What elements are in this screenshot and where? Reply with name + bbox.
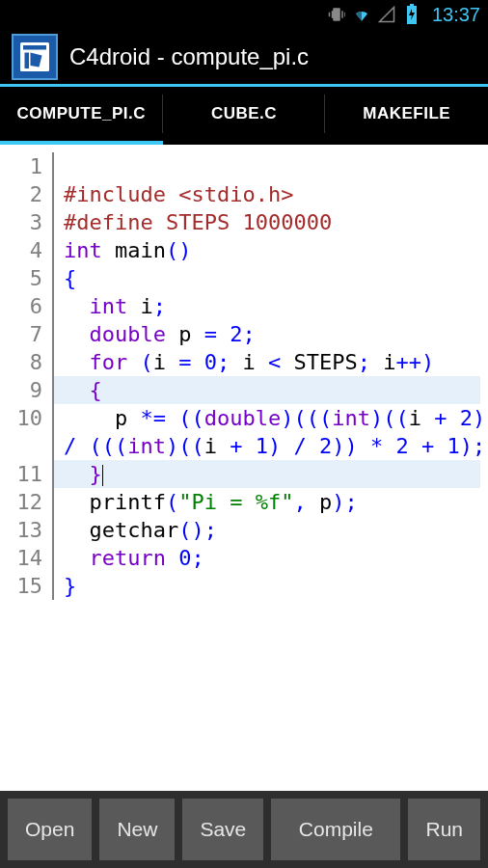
code-content[interactable]: #define STEPS 1000000 (54, 208, 332, 236)
code-content[interactable]: { (54, 376, 480, 404)
code-content[interactable]: int main() (54, 236, 191, 264)
line-number: 8 (8, 348, 54, 376)
code-content[interactable]: / (((int)((i + 1) / 2)) * 2 + 1); (54, 432, 485, 460)
line-number: 15 (8, 572, 54, 600)
line-number: 14 (8, 544, 54, 572)
code-line[interactable]: / (((int)((i + 1) / 2)) * 2 + 1); (8, 432, 480, 460)
code-content[interactable]: } (54, 572, 76, 600)
code-line[interactable]: 4int main() (8, 236, 480, 264)
code-content[interactable]: for (i = 0; i < STEPS; i++) (54, 348, 434, 376)
code-line[interactable]: 3#define STEPS 1000000 (8, 208, 480, 236)
line-number: 12 (8, 488, 54, 516)
code-editor[interactable]: 12#include <stdio.h>3#define STEPS 10000… (0, 145, 488, 791)
new-button[interactable]: New (99, 799, 175, 860)
line-number: 11 (8, 460, 54, 488)
wifi-icon (353, 6, 370, 23)
app-icon[interactable] (12, 34, 58, 80)
code-line[interactable]: 6 int i; (8, 292, 480, 320)
svg-rect-0 (410, 4, 414, 6)
code-line[interactable]: 12 printf("Pi = %f", p); (8, 488, 480, 516)
code-content[interactable]: int i; (54, 292, 166, 320)
line-number: 1 (8, 152, 54, 180)
status-bar: 13:37 (0, 0, 488, 29)
code-content[interactable]: #include <stdio.h> (54, 180, 293, 208)
line-number (8, 432, 54, 460)
line-number: 4 (8, 236, 54, 264)
code-line[interactable]: 8 for (i = 0; i < STEPS; i++) (8, 348, 480, 376)
line-number: 2 (8, 180, 54, 208)
tab-makefile[interactable]: MAKEFILE (325, 87, 488, 145)
vibrate-icon (328, 6, 345, 23)
text-cursor (102, 465, 103, 486)
code-content[interactable]: printf("Pi = %f", p); (54, 488, 358, 516)
code-content[interactable]: { (54, 264, 76, 292)
line-number: 5 (8, 264, 54, 292)
code-content[interactable]: } (54, 460, 480, 488)
code-line[interactable]: 10 p *= ((double)(((int)((i + 2) / 2)) *… (8, 404, 480, 432)
code-line[interactable]: 9 { (8, 376, 480, 404)
code-line[interactable]: 1 (8, 152, 480, 180)
code-line[interactable]: 13 getchar(); (8, 516, 480, 544)
code-line[interactable]: 7 double p = 2; (8, 320, 480, 348)
line-number: 13 (8, 516, 54, 544)
code-line[interactable]: 14 return 0; (8, 544, 480, 572)
compile-button[interactable]: Compile (271, 799, 400, 860)
code-content[interactable]: double p = 2; (54, 320, 256, 348)
code-content[interactable] (54, 152, 64, 180)
line-number: 3 (8, 208, 54, 236)
code-content[interactable]: return 0; (54, 544, 204, 572)
tabs: COMPUTE_PI.C CUBE.C MAKEFILE (0, 87, 488, 145)
open-button[interactable]: Open (8, 799, 92, 860)
signal-icon (378, 6, 395, 23)
code-line[interactable]: 11 } (8, 460, 480, 488)
tab-cube[interactable]: CUBE.C (163, 87, 326, 145)
code-content[interactable]: getchar(); (54, 516, 217, 544)
code-line[interactable]: 15} (8, 572, 480, 600)
run-button[interactable]: Run (408, 799, 480, 860)
code-line[interactable]: 2#include <stdio.h> (8, 180, 480, 208)
save-button[interactable]: Save (182, 799, 263, 860)
app-title: C4droid - compute_pi.c (69, 43, 309, 70)
line-number: 10 (8, 404, 54, 432)
app-bar: C4droid - compute_pi.c (0, 29, 488, 87)
status-time: 13:37 (432, 4, 480, 26)
bottom-toolbar: Open New Save Compile Run (0, 791, 488, 868)
line-number: 7 (8, 320, 54, 348)
line-number: 9 (8, 376, 54, 404)
line-number: 6 (8, 292, 54, 320)
battery-icon (403, 6, 420, 23)
tab-compute-pi[interactable]: COMPUTE_PI.C (0, 87, 163, 145)
code-line[interactable]: 5{ (8, 264, 480, 292)
code-content[interactable]: p *= ((double)(((int)((i + 2) / 2)) * 2)… (54, 404, 488, 432)
